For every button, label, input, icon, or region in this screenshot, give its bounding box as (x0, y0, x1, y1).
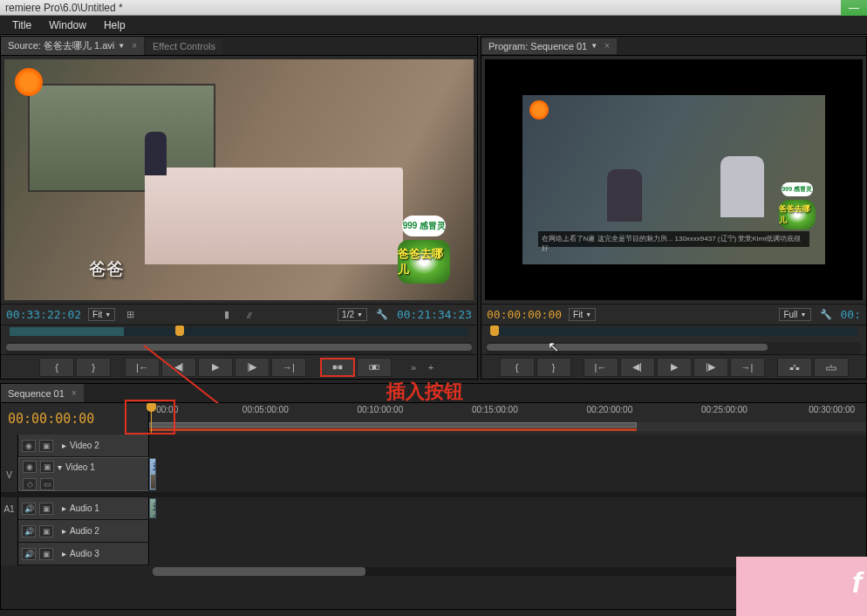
eye-icon[interactable]: ◉ (23, 461, 37, 473)
insert-button[interactable] (320, 358, 355, 377)
sequence-tab[interactable]: Sequence 01 × (1, 384, 84, 402)
audio-clip[interactable]: 爸爸去哪儿 1.avi [A] (149, 498, 156, 518)
source-transport: { } |← ◀| ▶ |▶ →| » + (1, 354, 477, 379)
step-fwd-button[interactable]: |▶ (235, 358, 270, 377)
annotation-label: 插入按钮 (386, 379, 463, 405)
source-panel: Source: 爸爸去哪儿 1.avi ▼ × Effect Controls … (0, 36, 478, 380)
keyframe-icon[interactable]: ◇ (23, 478, 37, 490)
program-tab[interactable]: Program: Sequence 01 ▼ × (481, 38, 617, 54)
video-banner: 在网络上看了N遍 这完全是节目的魅力所... 130xxxx9437 (辽宁) … (538, 231, 810, 247)
wrench-icon[interactable]: 🔧 (374, 308, 390, 322)
track-patch[interactable] (1, 543, 18, 565)
mark-out-button[interactable]: } (536, 358, 571, 377)
timeline-ruler[interactable]: 00:00 00:05:00:00 00:10:00:00 00:15:00:0… (149, 403, 866, 435)
menu-bar: Title Window Help (0, 16, 867, 35)
play-button[interactable]: ▶ (657, 358, 692, 377)
svg-rect-0 (333, 365, 337, 369)
minimize-button[interactable]: — (841, 0, 867, 16)
show-badge: 999 感冒灵 爸爸去哪儿 (393, 216, 454, 285)
program-res-select[interactable]: Full▼ (779, 308, 810, 321)
source-zoom-select[interactable]: Fit▼ (88, 308, 115, 321)
source-tc-in[interactable]: 00:33:22:02 (6, 308, 81, 321)
more-button[interactable]: » (406, 360, 421, 374)
program-zoom-select[interactable]: Fit▼ (569, 308, 596, 321)
lock-icon[interactable]: ▣ (40, 461, 54, 473)
playhead-icon[interactable] (175, 325, 184, 336)
go-to-out-button[interactable]: →| (271, 358, 306, 377)
lock-icon[interactable]: ▣ (39, 525, 53, 537)
source-monitor[interactable]: 爸爸 999 感冒灵 爸爸去哪儿 (4, 59, 474, 300)
step-fwd-button[interactable]: |▶ (693, 358, 728, 377)
eye-icon[interactable]: ◉ (22, 440, 36, 452)
mark-in-button[interactable]: { (39, 358, 74, 377)
close-icon[interactable]: × (604, 41, 610, 51)
close-icon[interactable]: × (132, 41, 137, 51)
marker-icon[interactable]: ▮ (219, 308, 235, 322)
lock-icon[interactable]: ▣ (39, 440, 53, 452)
track-header-a1[interactable]: 🔊 ▣ ▸ Audio 1 (18, 497, 149, 519)
track-patch-v[interactable]: V (1, 457, 18, 492)
source-res-select[interactable]: 1/2▼ (338, 308, 367, 321)
speaker-icon[interactable]: 🔊 (22, 503, 36, 515)
channel-logo-icon (15, 68, 43, 96)
go-to-in-button[interactable]: |← (125, 358, 160, 377)
go-to-in-button[interactable]: |← (584, 358, 618, 377)
program-tc-in[interactable]: 00:00:00:00 (487, 308, 562, 321)
render-bar (149, 428, 637, 431)
extract-button[interactable] (814, 358, 849, 377)
in-out-icon[interactable]: ⫽ (242, 308, 257, 322)
play-button[interactable]: ▶ (198, 358, 233, 377)
menu-title[interactable]: Title (3, 19, 40, 31)
window-title: remiere Pro\6.0\Untitled * (5, 2, 123, 14)
track-header-v2[interactable]: ◉ ▣ ▸ Video 2 (18, 435, 149, 456)
mark-in-button[interactable]: { (500, 358, 535, 377)
source-tc-out: 00:21:34:23 (397, 308, 472, 321)
program-monitor[interactable]: 999 感冒灵 爸爸去哪儿 在网络上看了N遍 这完全是节目的魅力所... 130… (485, 59, 863, 300)
timeline-tc[interactable]: 00:00:00:00 (8, 411, 94, 427)
lock-icon[interactable]: ▣ (39, 503, 53, 515)
dropdown-icon[interactable]: ▼ (591, 42, 597, 50)
safe-margins-icon[interactable]: ⊞ (122, 308, 138, 322)
program-tc-out: 00: (841, 308, 861, 321)
close-icon[interactable]: × (72, 388, 77, 398)
video-clip[interactable]: 爸爸去哪儿 1.avi [V] Opacity:Opacity▾ (149, 458, 156, 490)
step-back-button[interactable]: ◀| (620, 358, 655, 377)
mark-out-button[interactable]: } (76, 358, 111, 377)
channel-logo-icon (529, 100, 549, 120)
track-header-a2[interactable]: 🔊 ▣ ▸ Audio 2 (18, 520, 149, 542)
track-display-icon[interactable]: ▭ (40, 478, 54, 490)
track-header-a3[interactable]: 🔊 ▣ ▸ Audio 3 (18, 543, 149, 565)
track-patch-a1[interactable]: A1 (1, 497, 18, 520)
lift-button[interactable] (777, 358, 812, 377)
mouse-cursor-icon: ↖ (548, 339, 559, 355)
program-transport: { } |← ◀| ▶ |▶ →| (481, 354, 866, 379)
add-button[interactable]: + (423, 360, 439, 374)
source-tab[interactable]: Source: 爸爸去哪儿 1.avi ▼ × (1, 37, 144, 55)
dropdown-icon[interactable]: ▼ (118, 42, 125, 50)
program-panel: Program: Sequence 01 ▼ × 999 感冒灵 爸爸去哪儿 在… (481, 36, 867, 380)
source-time-ruler[interactable] (1, 325, 477, 342)
svg-rect-6 (826, 367, 836, 370)
clip-thumbnail (151, 475, 156, 489)
playhead-icon[interactable] (490, 325, 499, 336)
menu-window[interactable]: Window (40, 19, 95, 31)
work-area-bar[interactable] (149, 422, 637, 428)
speaker-icon[interactable]: 🔊 (22, 525, 36, 537)
video-subtitle: 爸爸 (89, 257, 124, 281)
go-to-out-button[interactable]: →| (730, 358, 765, 377)
lock-icon[interactable]: ▣ (39, 548, 53, 560)
wrench-icon[interactable]: 🔧 (818, 308, 834, 322)
annotation-box (125, 400, 175, 435)
program-time-ruler[interactable] (481, 325, 866, 342)
menu-help[interactable]: Help (95, 19, 134, 31)
track-patch[interactable] (1, 435, 18, 457)
speaker-icon[interactable]: 🔊 (22, 548, 36, 560)
program-scrollbar[interactable]: ↖ (487, 342, 861, 354)
svg-rect-4 (789, 367, 793, 370)
effect-controls-tab[interactable]: Effect Controls (146, 38, 222, 54)
track-patch[interactable] (1, 520, 18, 543)
source-scrollbar[interactable] (6, 342, 472, 354)
track-header-v1[interactable]: ◉ ▣ ▾ Video 1 ◇ ▭ (18, 457, 149, 491)
overwrite-button[interactable] (357, 358, 392, 377)
svg-rect-3 (372, 365, 377, 369)
